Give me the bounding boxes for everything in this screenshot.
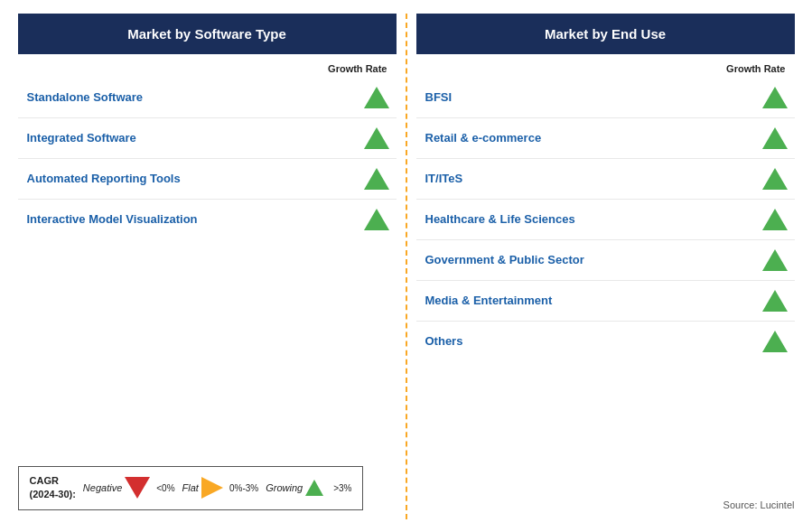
item-label-government: Government & Public Sector <box>425 253 584 266</box>
list-item: Government & Public Sector <box>416 240 795 281</box>
source-section: Source: Lucintel <box>416 472 795 519</box>
item-label-healthcare: Healthcare & Life Sciences <box>425 212 575 226</box>
arrow-up-icon <box>364 209 389 230</box>
legend-growing: Growing >3% <box>266 480 351 496</box>
arrow-up-icon <box>762 127 788 149</box>
legend-section: CAGR (2024-30): Negative <0% Flat 0%-3% <box>18 457 397 519</box>
right-items-list: BFSI Retail & e-commerce IT/ITeS Healthc… <box>416 78 795 472</box>
arrow-down-icon <box>125 477 150 499</box>
item-label-automated: Automated Reporting Tools <box>27 172 181 185</box>
arrow-up-icon <box>762 290 788 312</box>
arrow-up-icon <box>762 168 788 190</box>
legend-cagr-text: CAGR (2024-30): <box>30 474 76 502</box>
left-growth-rate-label: Growth Rate <box>18 63 397 74</box>
list-item: IT/ITeS <box>416 159 795 200</box>
list-item: Others <box>416 322 795 361</box>
main-container: Market by Software Type Growth Rate Stan… <box>18 14 795 519</box>
panels-wrapper: Market by Software Type Growth Rate Stan… <box>18 14 795 519</box>
item-label-bfsi: BFSI <box>425 90 453 104</box>
item-label-standalone: Standalone Software <box>27 90 144 104</box>
list-item: Retail & e-commerce <box>416 118 795 159</box>
item-label-others: Others <box>425 334 463 348</box>
list-item: Integrated Software <box>18 118 397 159</box>
arrow-up-icon <box>762 249 788 271</box>
list-item: Media & Entertainment <box>416 281 795 322</box>
arrow-up-icon <box>364 87 389 108</box>
arrow-up-icon <box>364 168 389 190</box>
legend-box: CAGR (2024-30): Negative <0% Flat 0%-3% <box>18 466 364 510</box>
list-item: BFSI <box>416 78 795 118</box>
item-label-media: Media & Entertainment <box>425 294 553 307</box>
right-panel: Market by End Use Growth Rate BFSI Retai… <box>416 14 795 519</box>
item-label-retail: Retail & e-commerce <box>425 131 542 145</box>
arrow-up-icon <box>762 331 788 352</box>
arrow-up-icon <box>762 87 788 108</box>
arrow-right-icon <box>201 477 223 499</box>
list-item: Automated Reporting Tools <box>18 159 397 200</box>
list-item: Healthcare & Life Sciences <box>416 200 795 240</box>
left-panel: Market by Software Type Growth Rate Stan… <box>18 14 397 519</box>
arrow-up-icon <box>364 127 389 149</box>
item-label-interactive: Interactive Model Visualization <box>27 212 198 226</box>
item-label-it: IT/ITeS <box>425 172 463 185</box>
item-label-integrated: Integrated Software <box>27 131 136 145</box>
arrow-up-icon <box>762 209 788 230</box>
list-item: Standalone Software <box>18 78 397 118</box>
legend-negative: Negative <0% <box>83 477 175 499</box>
source-label: Source: Lucintel <box>416 481 795 510</box>
arrow-up-green-small-icon <box>305 480 323 496</box>
left-panel-header: Market by Software Type <box>18 14 397 54</box>
panel-divider <box>406 14 407 519</box>
right-growth-rate-label: Growth Rate <box>416 63 795 74</box>
list-item: Interactive Model Visualization <box>18 200 397 239</box>
right-panel-header: Market by End Use <box>416 14 795 54</box>
left-items-list: Standalone Software Integrated Software … <box>18 78 397 457</box>
legend-flat: Flat 0%-3% <box>182 477 259 499</box>
